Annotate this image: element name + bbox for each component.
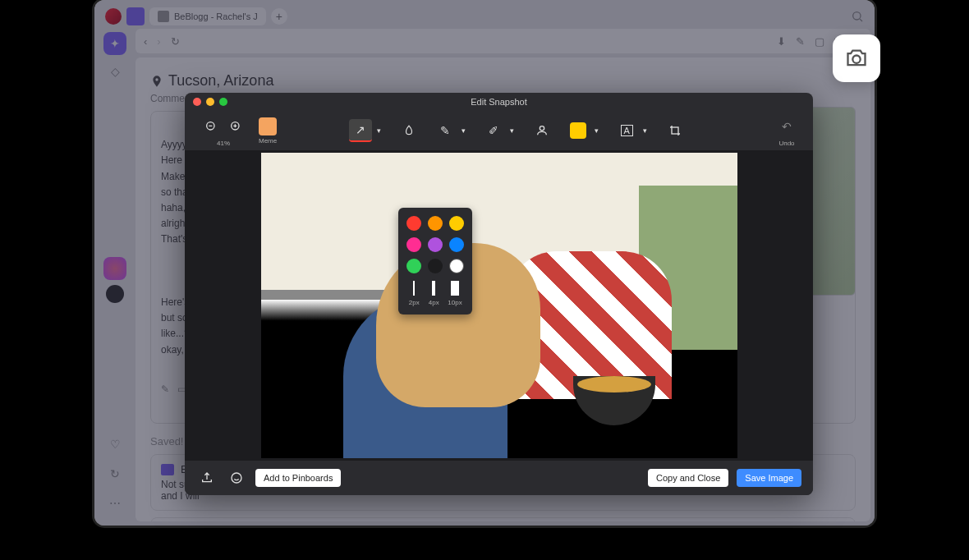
- zoom-out-button[interactable]: [200, 115, 223, 138]
- undo-button[interactable]: ↶: [775, 115, 798, 138]
- stroke-width-option[interactable]: 4px: [428, 280, 439, 306]
- share-button[interactable]: [196, 467, 218, 489]
- color-swatch[interactable]: [406, 216, 421, 231]
- emoji-reaction-button[interactable]: [226, 467, 247, 489]
- editor-title: Edit Snapshot: [471, 97, 527, 107]
- copy-and-close-button[interactable]: Copy and Close: [648, 469, 728, 487]
- pencil-dropdown[interactable]: ▾: [458, 119, 469, 142]
- text-tool[interactable]: A: [615, 119, 638, 142]
- window-close-icon[interactable]: [193, 98, 201, 106]
- color-swatch[interactable]: [449, 237, 464, 252]
- emoji-tool[interactable]: [567, 119, 590, 142]
- highlighter-dropdown[interactable]: ▾: [507, 119, 517, 142]
- color-swatch[interactable]: [449, 259, 464, 273]
- add-to-pinboards-button[interactable]: Add to Pinboards: [255, 469, 341, 487]
- save-image-button[interactable]: Save Image: [737, 469, 801, 487]
- svg-point-6: [232, 473, 241, 483]
- highlighter-tool[interactable]: ✐: [482, 119, 505, 142]
- window-minimize-icon[interactable]: [206, 98, 214, 106]
- color-swatch[interactable]: [406, 259, 421, 273]
- meme-tool-icon[interactable]: [259, 117, 277, 135]
- laptop-base: [382, 537, 587, 560]
- snapshot-image: [261, 153, 737, 458]
- crop-tool[interactable]: [664, 119, 687, 142]
- zoom-percentage: 41%: [200, 140, 247, 147]
- camera-icon: [845, 47, 868, 70]
- meme-label: Meme: [259, 137, 277, 145]
- color-swatch[interactable]: [428, 216, 443, 231]
- selfie-tool[interactable]: [530, 119, 553, 142]
- editor-canvas[interactable]: 2px4px10px: [185, 150, 813, 461]
- color-swatch[interactable]: [428, 237, 443, 252]
- arrow-tool[interactable]: ↗: [349, 119, 372, 142]
- snapshot-editor-window: Edit Snapshot 41% Meme ↗ ▾ ✎ ▾: [185, 93, 813, 495]
- arrow-tool-dropdown[interactable]: ▾: [374, 119, 384, 142]
- svg-point-4: [540, 126, 544, 131]
- emoji-dropdown[interactable]: ▾: [591, 119, 602, 142]
- color-swatch[interactable]: [449, 216, 464, 231]
- editor-titlebar[interactable]: Edit Snapshot: [185, 93, 813, 111]
- blur-tool[interactable]: [397, 119, 420, 142]
- window-zoom-icon[interactable]: [219, 98, 227, 106]
- color-swatch[interactable]: [428, 259, 443, 273]
- svg-point-1: [852, 56, 860, 63]
- svg-rect-5: [672, 127, 678, 134]
- stroke-width-option[interactable]: 10px: [448, 280, 462, 306]
- color-swatch[interactable]: [406, 237, 421, 252]
- pencil-tool[interactable]: ✎: [434, 119, 457, 142]
- undo-label: Undo: [775, 140, 798, 147]
- stroke-width-option[interactable]: 2px: [408, 280, 420, 306]
- zoom-in-button[interactable]: [224, 115, 247, 138]
- snapshot-camera-button[interactable]: [833, 34, 880, 82]
- color-stroke-picker: 2px4px10px: [398, 208, 472, 314]
- text-dropdown[interactable]: ▾: [640, 119, 650, 142]
